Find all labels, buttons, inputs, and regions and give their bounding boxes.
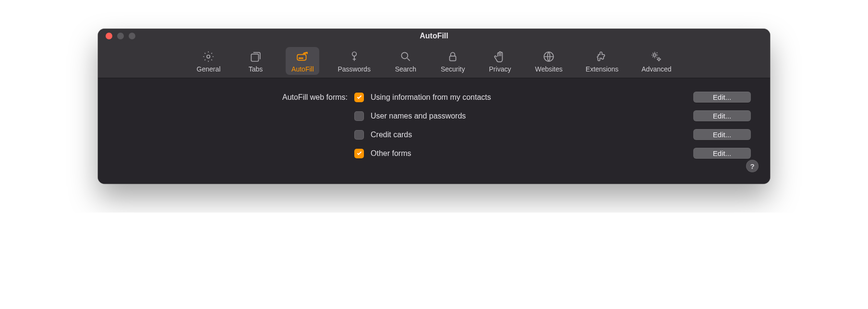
edit-button-creditcards[interactable]: Edit... <box>693 129 751 140</box>
svg-point-0 <box>207 55 210 59</box>
edit-button-usernames[interactable]: Edit... <box>693 110 751 121</box>
maximize-button[interactable] <box>129 33 135 39</box>
edit-button-contacts[interactable]: Edit... <box>693 92 751 103</box>
option-label-otherforms: Other forms <box>371 149 687 158</box>
tab-label: Search <box>395 65 416 73</box>
tabs-icon <box>249 50 262 63</box>
svg-point-11 <box>658 58 660 60</box>
svg-point-4 <box>301 58 301 59</box>
gear-icon <box>202 50 215 63</box>
tab-label: General <box>197 65 221 73</box>
option-label-usernames: User names and passwords <box>371 112 687 120</box>
minimize-button[interactable] <box>117 33 124 39</box>
section-label: AutoFill web forms: <box>117 93 348 102</box>
tab-advanced[interactable]: Advanced <box>637 47 676 75</box>
globe-icon <box>542 50 555 63</box>
svg-point-3 <box>299 58 300 59</box>
tab-label: Tabs <box>249 65 263 73</box>
svg-point-6 <box>352 52 356 56</box>
svg-rect-8 <box>450 56 456 61</box>
traffic-lights <box>106 33 135 39</box>
tab-passwords[interactable]: Passwords <box>333 47 375 75</box>
content-area: AutoFill web forms: Using information fr… <box>98 78 770 184</box>
svg-point-7 <box>401 52 408 59</box>
gears-icon <box>650 50 663 63</box>
autofill-form: AutoFill web forms: Using information fr… <box>117 92 751 159</box>
tab-autofill[interactable]: AutoFill <box>286 47 319 75</box>
option-label-creditcards: Credit cards <box>371 131 687 139</box>
checkbox-creditcards[interactable] <box>354 130 364 140</box>
tab-security[interactable]: Security <box>436 47 470 75</box>
svg-point-5 <box>302 58 303 59</box>
tab-label: Advanced <box>641 65 671 73</box>
window-title: AutoFill <box>98 32 770 40</box>
preferences-toolbar: General Tabs AutoFill Passwords Search <box>98 43 770 78</box>
tab-label: Extensions <box>586 65 618 73</box>
tab-label: AutoFill <box>291 65 314 73</box>
tab-tabs[interactable]: Tabs <box>239 47 272 75</box>
titlebar: AutoFill <box>98 29 770 43</box>
tab-search[interactable]: Search <box>389 47 422 75</box>
svg-rect-2 <box>298 55 306 60</box>
tab-label: Security <box>441 65 465 73</box>
tab-general[interactable]: General <box>192 47 225 75</box>
tab-privacy[interactable]: Privacy <box>483 47 517 75</box>
lock-icon <box>446 50 459 63</box>
option-label-contacts: Using information from my contacts <box>371 93 687 102</box>
checkbox-usernames[interactable] <box>354 111 364 121</box>
tab-label: Websites <box>535 65 562 73</box>
autofill-icon <box>296 50 309 63</box>
search-icon <box>399 50 412 63</box>
tab-extensions[interactable]: Extensions <box>581 47 623 75</box>
svg-rect-1 <box>252 54 259 61</box>
edit-button-otherforms[interactable]: Edit... <box>693 148 751 159</box>
tab-label: Passwords <box>338 65 370 73</box>
close-button[interactable] <box>106 33 112 39</box>
checkbox-contacts[interactable] <box>354 93 364 102</box>
tab-websites[interactable]: Websites <box>530 47 567 75</box>
checkbox-otherforms[interactable] <box>354 149 364 158</box>
tab-label: Privacy <box>489 65 511 73</box>
puzzle-icon <box>595 50 609 63</box>
hand-icon <box>493 50 506 63</box>
key-icon <box>348 50 361 63</box>
svg-point-10 <box>653 54 656 56</box>
help-button[interactable]: ? <box>746 160 759 172</box>
preferences-window: AutoFill General Tabs AutoFill Passwor <box>98 29 770 184</box>
